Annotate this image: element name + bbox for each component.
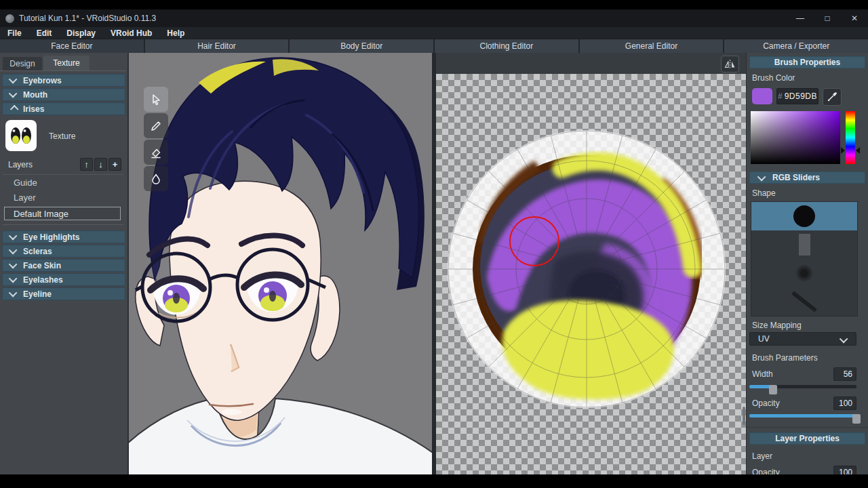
section-irises[interactable]: Irises bbox=[2, 102, 125, 115]
mirror-paint-button[interactable] bbox=[721, 56, 739, 73]
minimize-button[interactable]: — bbox=[787, 9, 814, 27]
title-bar: Tutorial Kun 1.1* - VRoidStudio 0.11.3 —… bbox=[0, 9, 868, 27]
layer-move-down-button[interactable]: ↓ bbox=[94, 158, 107, 171]
opacity-slider-handle[interactable] bbox=[852, 414, 861, 424]
subtab-texture[interactable]: Texture bbox=[43, 56, 90, 70]
maximize-button[interactable]: □ bbox=[814, 9, 841, 27]
viewport-toolbar bbox=[144, 87, 168, 191]
close-button[interactable]: ✕ bbox=[841, 9, 868, 27]
editor-tab-bar: Face Editor Hair Editor Body Editor Clot… bbox=[0, 39, 868, 53]
menu-display[interactable]: Display bbox=[59, 28, 103, 38]
texture-item-label: Texture bbox=[49, 131, 75, 141]
iris-eyes-icon bbox=[5, 120, 37, 151]
select-tool-button[interactable] bbox=[144, 87, 168, 112]
hue-slider[interactable] bbox=[846, 111, 855, 164]
width-value-box[interactable]: 56 bbox=[833, 367, 856, 381]
canvas-toolbar bbox=[436, 53, 746, 74]
tab-camera-exporter[interactable]: Camera / Exporter bbox=[724, 39, 868, 53]
eyedropper-button[interactable] bbox=[823, 88, 842, 106]
opacity-slider[interactable] bbox=[749, 411, 856, 420]
width-slider[interactable] bbox=[749, 382, 856, 391]
iris-texture-thumbnail[interactable] bbox=[5, 120, 37, 151]
pencil-icon bbox=[149, 119, 163, 133]
brush-properties-header: Brush Properties bbox=[749, 56, 865, 68]
droplet-icon bbox=[149, 172, 163, 186]
layer-add-button[interactable]: + bbox=[108, 158, 121, 171]
chevron-down-icon bbox=[9, 260, 18, 269]
chevron-down-icon bbox=[9, 232, 18, 241]
shape-label: Shape bbox=[752, 188, 776, 198]
window-title: Tutorial Kun 1.1* - VRoidStudio 0.11.3 bbox=[19, 14, 156, 23]
rgb-sliders-section[interactable]: RGB Sliders bbox=[749, 171, 865, 184]
section-eyebrows[interactable]: Eyebrows bbox=[2, 74, 125, 87]
layer-item-guide[interactable]: Guide bbox=[14, 178, 37, 188]
layer-opacity-label: Opacity bbox=[752, 468, 780, 474]
chevron-down-icon bbox=[9, 75, 18, 84]
saturation-value-picker[interactable] bbox=[751, 111, 840, 164]
brush-tool-button[interactable] bbox=[144, 113, 168, 138]
canvas-scrollbar[interactable] bbox=[743, 407, 745, 425]
size-mapping-dropdown[interactable]: UV bbox=[749, 332, 856, 346]
section-eyelashes[interactable]: Eyelashes bbox=[2, 273, 125, 286]
menu-edit[interactable]: Edit bbox=[29, 28, 60, 38]
section-eyeline[interactable]: Eyeline bbox=[2, 287, 125, 300]
chevron-down-icon bbox=[9, 289, 18, 298]
layer-opacity-value-box[interactable]: 100 bbox=[833, 466, 856, 474]
solid-circle-icon bbox=[793, 205, 815, 227]
chevron-down-icon bbox=[9, 274, 18, 283]
opacity-value-box[interactable]: 100 bbox=[833, 396, 856, 410]
layer-item-default-image-selected[interactable]: Default Image bbox=[4, 207, 121, 220]
character-3d-viewport[interactable] bbox=[129, 53, 432, 474]
character-preview bbox=[129, 53, 432, 474]
chevron-up-icon bbox=[10, 105, 19, 114]
chevron-down-icon bbox=[840, 335, 848, 344]
layer-item-layer[interactable]: Layer bbox=[14, 192, 36, 203]
shape-soft-dot[interactable] bbox=[751, 259, 857, 287]
tab-body-editor[interactable]: Body Editor bbox=[290, 39, 433, 53]
shape-stroke-line[interactable] bbox=[751, 287, 857, 316]
vroid-studio-window: Tutorial Kun 1.1* - VRoidStudio 0.11.3 —… bbox=[0, 9, 868, 474]
fill-tool-button[interactable] bbox=[144, 166, 168, 191]
iris-texture-artwork bbox=[436, 74, 746, 474]
layer-properties-header: Layer Properties bbox=[749, 432, 865, 445]
chevron-down-icon bbox=[9, 246, 18, 255]
window-controls: — □ ✕ bbox=[787, 9, 868, 27]
size-mapping-label: Size Mapping bbox=[752, 321, 802, 330]
tab-face-editor[interactable]: Face Editor bbox=[0, 39, 144, 53]
section-eye-highlights[interactable]: Eye Highlights bbox=[2, 230, 125, 243]
hue-indicator-right bbox=[856, 147, 860, 154]
opacity-label: Opacity bbox=[752, 399, 780, 408]
texture-canvas[interactable] bbox=[436, 74, 746, 474]
menu-vroid-hub[interactable]: VRoid Hub bbox=[103, 28, 159, 38]
section-face-skin[interactable]: Face Skin bbox=[2, 259, 125, 272]
layer-label: Layer bbox=[752, 451, 772, 461]
chevron-down-icon bbox=[757, 172, 766, 181]
brush-parameters-label: Brush Parameters bbox=[752, 353, 818, 363]
hue-indicator-left bbox=[841, 147, 845, 154]
app-logo-icon bbox=[5, 14, 14, 23]
eyedropper-icon bbox=[827, 92, 837, 102]
eraser-tool-button[interactable] bbox=[144, 140, 168, 165]
stroke-line-icon bbox=[791, 291, 817, 312]
subtab-design[interactable]: Design bbox=[3, 57, 42, 70]
tab-hair-editor[interactable]: Hair Editor bbox=[145, 39, 289, 53]
section-scleras[interactable]: Scleras bbox=[2, 245, 125, 258]
brush-properties-panel: Brush Properties Brush Color # 9D59DB bbox=[746, 53, 868, 474]
brush-color-swatch[interactable] bbox=[752, 88, 772, 104]
shape-soft-rect[interactable] bbox=[751, 230, 857, 259]
hex-color-input[interactable]: # 9D59DB bbox=[776, 88, 818, 104]
cursor-icon bbox=[149, 93, 163, 106]
layers-label: Layers bbox=[8, 160, 33, 169]
tab-clothing-editor[interactable]: Clothing Editor bbox=[435, 39, 578, 53]
tab-general-editor[interactable]: General Editor bbox=[580, 39, 724, 53]
width-label: Width bbox=[752, 369, 773, 379]
width-slider-handle[interactable] bbox=[769, 385, 777, 394]
shape-solid-circle[interactable] bbox=[751, 202, 857, 230]
menu-file[interactable]: File bbox=[0, 28, 29, 38]
menu-help[interactable]: Help bbox=[159, 28, 192, 38]
eraser-icon bbox=[149, 146, 163, 159]
section-mouth[interactable]: Mouth bbox=[2, 88, 125, 101]
layer-move-up-button[interactable]: ↑ bbox=[80, 158, 93, 171]
brush-color-label: Brush Color bbox=[752, 73, 795, 83]
menu-bar: File Edit Display VRoid Hub Help bbox=[0, 27, 868, 39]
